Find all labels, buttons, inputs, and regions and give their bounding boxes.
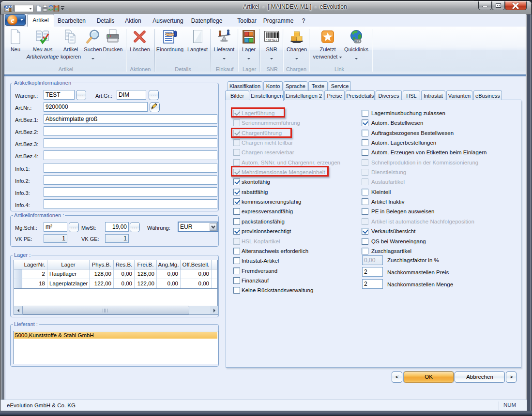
svg-text:4 i03 402 2: 4 i03 402 2 (266, 39, 277, 41)
